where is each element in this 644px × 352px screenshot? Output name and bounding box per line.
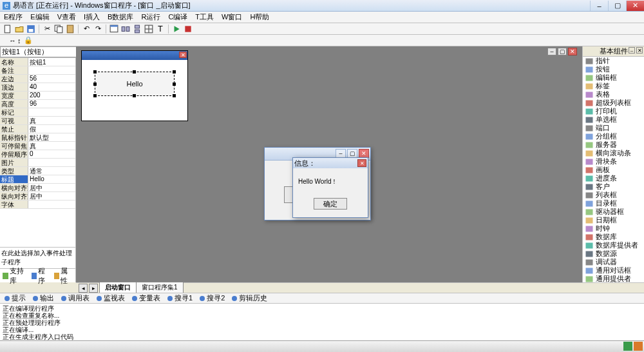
messagebox-ok-button[interactable]: 确定 — [314, 198, 347, 210]
window-close-button[interactable]: ✕ — [626, 1, 644, 11]
resize-handle[interactable] — [173, 70, 176, 73]
property-row[interactable]: 备注 — [0, 66, 75, 75]
runtime-close-icon[interactable]: ✕ — [359, 149, 369, 158]
property-value[interactable] — [28, 200, 75, 208]
property-value[interactable] — [28, 66, 75, 74]
bottom-tool-tab[interactable]: 调用表 — [61, 293, 90, 303]
mdi-minimize-icon[interactable]: – — [547, 48, 556, 55]
bottom-tool-tab[interactable]: 提示 — [4, 293, 26, 303]
output-panel[interactable]: 正在编译现行程序 正在检查重复名称... 正在预处理现行程序 正在编译... 正… — [0, 303, 644, 340]
component-item[interactable]: 进度条 — [583, 174, 644, 182]
component-item[interactable]: 日期框 — [583, 216, 644, 224]
stop-icon[interactable] — [183, 24, 193, 34]
property-row[interactable]: 标题Hello — [0, 175, 75, 184]
menu-item[interactable]: E程序 — [4, 12, 23, 22]
component-item[interactable]: 单选框 — [583, 115, 644, 124]
bottom-tool-tab[interactable]: 监视表 — [96, 293, 125, 303]
lock-icon[interactable]: 🔒 — [24, 36, 33, 44]
same-height-icon[interactable]: ↕ — [17, 37, 21, 44]
design-form[interactable]: ✕ Hello — [81, 50, 188, 121]
menu-item[interactable]: R运行 — [141, 12, 160, 22]
cut-icon[interactable]: ✂ — [42, 24, 52, 34]
property-value[interactable]: 56 — [28, 75, 75, 83]
property-row[interactable]: 横向对齐方式居中 — [0, 184, 75, 192]
document-tab[interactable]: 启动窗口 — [99, 282, 137, 293]
property-value[interactable]: 200 — [28, 92, 75, 99]
new-icon[interactable] — [3, 24, 13, 34]
window-minimize-button[interactable]: – — [590, 1, 608, 11]
property-value[interactable]: 40 — [28, 83, 75, 91]
tray-icon[interactable] — [623, 342, 632, 351]
component-item[interactable]: 标签 — [583, 82, 644, 90]
resize-handle[interactable] — [133, 94, 136, 97]
property-row[interactable]: 左边56 — [0, 75, 75, 83]
resize-handle[interactable] — [93, 70, 97, 73]
component-item[interactable]: 编辑框 — [583, 73, 644, 82]
property-row[interactable]: 纵向对齐方式居中 — [0, 192, 75, 200]
property-value[interactable] — [28, 108, 75, 116]
save-icon[interactable] — [26, 24, 36, 34]
resize-handle[interactable] — [133, 70, 136, 73]
bottom-tool-tab[interactable]: 剪辑历史 — [231, 293, 267, 303]
palette-close-icon[interactable]: ✕ — [636, 47, 643, 54]
property-row[interactable]: 高度96 — [0, 100, 75, 108]
property-value[interactable]: Hello — [28, 175, 75, 183]
property-row[interactable]: 禁止假 — [0, 125, 75, 133]
left-tab[interactable]: 支持库 — [3, 266, 28, 286]
property-grid[interactable]: 名称按钮1备注左边56顶边40宽度200高度96标记可视真禁止假鼠标指针默认型可… — [0, 58, 75, 247]
component-item[interactable]: 滑块条 — [583, 157, 644, 166]
event-hint[interactable]: 在此处选择加入事件处理子程序 — [0, 247, 75, 268]
tray-icon[interactable] — [634, 342, 643, 351]
window-maximize-button[interactable]: ▢ — [608, 1, 626, 11]
mdi-restore-icon[interactable]: ▢ — [558, 48, 567, 55]
resize-handle[interactable] — [173, 94, 176, 97]
menu-item[interactable]: V查看 — [57, 12, 76, 22]
property-value[interactable]: 真 — [28, 117, 75, 124]
property-value[interactable]: 通常 — [28, 167, 75, 175]
runtime-minimize-icon[interactable]: – — [336, 149, 346, 158]
resize-handle[interactable] — [93, 83, 97, 86]
copy-icon[interactable] — [53, 24, 64, 34]
bottom-tool-tab[interactable]: 搜寻1 — [167, 293, 193, 303]
left-tab[interactable]: 程序 — [32, 266, 50, 286]
left-tab[interactable]: 属性 — [54, 266, 73, 286]
property-value[interactable]: 按钮1 — [28, 58, 75, 66]
property-row[interactable]: 名称按钮1 — [0, 58, 75, 66]
design-surface[interactable]: – ▢ ✕ ✕ Hello – — [76, 46, 582, 282]
property-value[interactable]: 默认型 — [28, 133, 75, 141]
menu-item[interactable]: T工具 — [195, 12, 214, 22]
layout-v-icon[interactable] — [132, 24, 142, 34]
open-icon[interactable] — [14, 24, 24, 34]
component-item[interactable]: 通用提供者 — [583, 275, 644, 282]
property-row[interactable]: 字体 — [0, 200, 75, 209]
menu-item[interactable]: W窗口 — [222, 12, 242, 22]
property-value[interactable]: 0 — [28, 150, 75, 158]
property-row[interactable]: 宽度200 — [0, 92, 75, 100]
mdi-close-icon[interactable]: ✕ — [568, 48, 577, 55]
paste-icon[interactable] — [65, 24, 75, 34]
tab-nav-prev[interactable]: ◂ — [79, 284, 88, 293]
form-icon[interactable] — [109, 24, 119, 34]
property-row[interactable]: 停留顺序0 — [0, 150, 75, 159]
messagebox-close-icon[interactable]: ✕ — [357, 159, 366, 167]
bottom-tool-tab[interactable]: 变量表 — [131, 293, 160, 303]
bottom-tool-tab[interactable]: 搜寻2 — [199, 293, 225, 303]
resize-handle[interactable] — [93, 94, 97, 97]
run-icon[interactable] — [171, 24, 182, 34]
grid-icon[interactable] — [144, 24, 154, 34]
property-value[interactable] — [28, 159, 75, 166]
layout-h-icon[interactable] — [120, 24, 131, 34]
menu-item[interactable]: B数据库 — [108, 12, 133, 22]
property-value[interactable]: 居中 — [28, 184, 75, 191]
document-tab[interactable]: 窗口程序集1 — [136, 282, 184, 293]
menu-item[interactable]: H帮助 — [250, 12, 269, 22]
design-button[interactable]: Hello — [95, 72, 175, 96]
property-value[interactable]: 96 — [28, 100, 75, 108]
component-item[interactable]: 指针 — [583, 57, 644, 65]
property-row[interactable]: 顶边40 — [0, 83, 75, 92]
property-value[interactable]: 假 — [28, 125, 75, 133]
menu-item[interactable]: C编译 — [168, 12, 187, 22]
property-value[interactable]: 居中 — [28, 192, 75, 200]
redo-icon[interactable]: ↷ — [93, 24, 103, 34]
bottom-tool-tab[interactable]: 输出 — [32, 293, 54, 303]
